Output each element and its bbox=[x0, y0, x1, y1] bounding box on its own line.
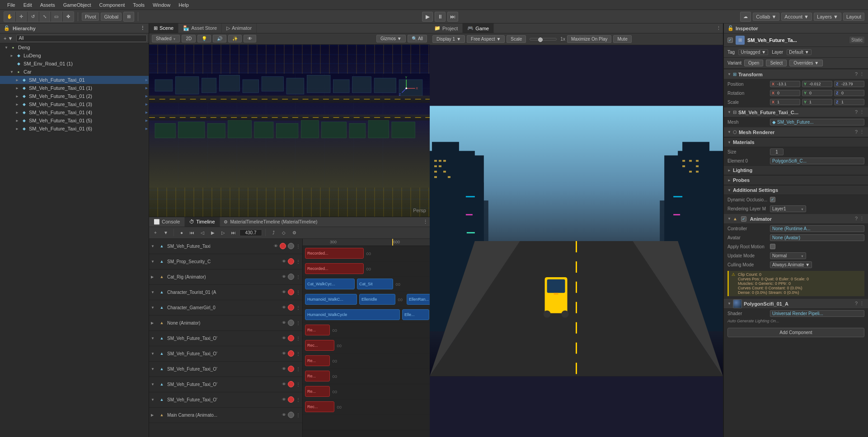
aspect-dropdown[interactable]: Free Aspect ▼ bbox=[467, 35, 505, 43]
settings-icon-renderer[interactable]: ⋮ bbox=[859, 129, 864, 135]
clip-recorded-0[interactable]: Recorded... bbox=[305, 248, 364, 259]
track-menu-0[interactable]: ⋮ bbox=[296, 244, 300, 249]
clip-ellenran[interactable]: EllenRan... bbox=[407, 294, 430, 305]
light-toggle[interactable]: 💡 bbox=[197, 35, 211, 42]
update-mode-value[interactable]: Normal bbox=[770, 252, 806, 259]
record-btn-3[interactable] bbox=[288, 289, 294, 295]
asset-store-tab[interactable]: 🏪 Asset Store bbox=[178, 23, 222, 33]
tl-keys-btn[interactable]: ◇ bbox=[279, 228, 288, 237]
hierarchy-item-taxi3[interactable]: ◆ SM_Veh_Future_Taxi_01 (3) ► bbox=[0, 100, 149, 108]
settings-icon-mesh[interactable]: ⋮ bbox=[859, 109, 864, 115]
settings-icon-transform[interactable]: ⋮ bbox=[859, 71, 864, 77]
gizmos-btn[interactable]: Gizmos ▼ bbox=[376, 35, 406, 42]
mute-btn[interactable]: Mute bbox=[613, 35, 631, 43]
tl-curve-btn[interactable]: ⤴ bbox=[269, 228, 278, 237]
rotate-tool-btn[interactable]: ↺ bbox=[28, 12, 38, 22]
hierarchy-item-taxi6[interactable]: ◆ SM_Veh_Future_Taxi_01 (6) ► bbox=[0, 125, 149, 133]
select-btn[interactable]: Select bbox=[766, 60, 787, 66]
dynamic-occlusion-checkbox[interactable] bbox=[770, 197, 775, 202]
layers-btn[interactable]: Layers ▼ bbox=[814, 13, 841, 21]
obj-active-checkbox[interactable] bbox=[727, 37, 733, 43]
track-row-8[interactable]: ▼ ▲ SM_Veh_Future_Taxi_O' 👁 ⋮ bbox=[149, 362, 302, 377]
timeline-menu-btn[interactable]: ⋮ bbox=[421, 218, 430, 225]
rotation-y-field[interactable]: Y 0 bbox=[802, 90, 832, 96]
track-menu-2[interactable]: ⋮ bbox=[296, 274, 300, 279]
global-btn[interactable]: Global bbox=[101, 13, 122, 21]
hierarchy-item-taxi4[interactable]: ◆ SM_Veh_Future_Taxi_01 (4) ► bbox=[0, 108, 149, 116]
clip-rec-6[interactable]: Rec... bbox=[305, 340, 334, 351]
shader-value[interactable]: Universal Render Pipeli... bbox=[770, 310, 864, 317]
mesh-value[interactable]: ◆ SM_Veh_Future... bbox=[770, 119, 864, 126]
settings-icon-material[interactable]: ⋮ bbox=[859, 301, 864, 307]
game-view[interactable] bbox=[430, 45, 723, 437]
add-component-btn[interactable]: Add Component bbox=[727, 328, 864, 337]
snap-settings-btn[interactable]: ⊞ bbox=[123, 12, 134, 22]
scale-tool-btn[interactable]: ⤡ bbox=[39, 12, 50, 22]
menu-help[interactable]: Help bbox=[175, 1, 192, 9]
menu-assets[interactable]: Assets bbox=[37, 1, 59, 9]
probes-section[interactable]: Probes bbox=[724, 175, 868, 185]
track-row-3[interactable]: ▼ ▲ Character_Tourist_01 (A 👁 ⋮ bbox=[149, 285, 302, 300]
clip-catsite[interactable]: Cat_Sit bbox=[357, 279, 393, 289]
clip-re-5[interactable]: Re... bbox=[305, 325, 330, 335]
menu-window[interactable]: Window bbox=[149, 1, 174, 9]
track-menu-6[interactable]: ⋮ bbox=[296, 336, 300, 341]
tl-dropdown-btn[interactable]: ▼ bbox=[161, 228, 170, 237]
track-row-4[interactable]: ▼ ▲ Character_GamerGirl_0 👁 ⋮ bbox=[149, 300, 302, 316]
track-menu-8[interactable]: ⋮ bbox=[296, 367, 300, 372]
track-row-2[interactable]: ▶ ▲ Cat_Rig (Animator) 👁 ⋮ bbox=[149, 270, 302, 285]
record-btn-8[interactable] bbox=[288, 366, 294, 372]
collab-btn[interactable]: Collab ▼ bbox=[753, 13, 779, 21]
account-btn[interactable]: Account ▼ bbox=[781, 13, 812, 21]
settings-icon-animator[interactable]: ⋮ bbox=[859, 216, 864, 222]
mute-btn-5[interactable] bbox=[288, 320, 294, 326]
track-menu-10[interactable]: ⋮ bbox=[296, 397, 300, 402]
apply-root-motion-checkbox[interactable] bbox=[770, 244, 775, 249]
track-row-5[interactable]: ▶ ▲ None (Animator) 👁 ⋮ bbox=[149, 316, 302, 331]
console-tab[interactable]: ⬜ Console bbox=[149, 217, 185, 227]
help-icon-material[interactable]: ? bbox=[855, 301, 858, 307]
clip-humanoid-walk[interactable]: Humanoid_WalkC... bbox=[305, 294, 357, 305]
additional-settings-section[interactable]: Additional Settings bbox=[724, 185, 868, 195]
help-icon-renderer[interactable]: ? bbox=[855, 129, 858, 135]
pause-btn[interactable]: ⏸ bbox=[435, 12, 446, 22]
menu-gameobject[interactable]: GameObject bbox=[60, 1, 95, 9]
tl-play-tl-btn[interactable]: ▶ bbox=[208, 228, 217, 237]
timeline-playhead[interactable] bbox=[392, 239, 393, 246]
clip-re-8[interactable]: Re... bbox=[305, 371, 330, 381]
scene-search-btn[interactable]: 🔍 All bbox=[408, 35, 427, 42]
record-btn-9[interactable] bbox=[288, 381, 294, 387]
track-row-6[interactable]: ▼ ▲ SM_Veh_Future_Taxi_O' 👁 ⋮ bbox=[149, 331, 302, 346]
track-row-1[interactable]: ▼ ▲ SM_Prop_Security_C 👁 ⋮ bbox=[149, 254, 302, 270]
hierarchy-item-car[interactable]: ● Car bbox=[0, 68, 149, 76]
display-dropdown[interactable]: Display 1 ▼ bbox=[432, 35, 465, 43]
scale-y-field[interactable]: Y 1 bbox=[802, 99, 832, 105]
static-dropdown[interactable]: Static bbox=[849, 37, 864, 43]
track-menu-1[interactable]: ⋮ bbox=[296, 259, 300, 264]
position-x-field[interactable]: X -13.1 bbox=[770, 81, 800, 87]
layout-btn[interactable]: Layout bbox=[843, 13, 864, 21]
hierarchy-item-taxi2[interactable]: ◆ SM_Veh_Future_Taxi_01 (2) ► bbox=[0, 92, 149, 100]
clip-ellenidle[interactable]: EllenIdle bbox=[359, 294, 395, 305]
tl-prev-key-btn[interactable]: ◁ bbox=[198, 228, 207, 237]
avatar-value[interactable]: None (Avatar) bbox=[770, 234, 864, 241]
hand-tool-btn[interactable]: ✋ bbox=[4, 12, 15, 22]
controller-value[interactable]: None (Runtime A... bbox=[770, 225, 864, 232]
hierarchy-add-btn[interactable]: + ▼ bbox=[2, 35, 14, 42]
hierarchy-menu-icon[interactable]: ⋮ bbox=[140, 25, 145, 31]
mute-btn-0[interactable] bbox=[288, 243, 294, 249]
help-icon-transform[interactable]: ? bbox=[855, 71, 858, 77]
layer-value[interactable]: Default ▼ bbox=[787, 49, 811, 55]
animator-tab[interactable]: ▷ Animator bbox=[222, 23, 257, 33]
mesh-filter-section-header[interactable]: ⊟ SM_Veh_Future_Taxi_C... ? ⋮ bbox=[724, 107, 868, 117]
move-tool-btn[interactable]: ✛ bbox=[16, 12, 27, 22]
game-tab[interactable]: 🎮 Game bbox=[463, 23, 494, 33]
track-menu-7[interactable]: ⋮ bbox=[296, 351, 300, 356]
record-btn-10[interactable] bbox=[288, 396, 294, 403]
audio-toggle[interactable]: 🔊 bbox=[213, 35, 226, 42]
hierarchy-search[interactable] bbox=[16, 35, 147, 42]
track-menu-11[interactable]: ⋮ bbox=[296, 413, 300, 418]
size-value[interactable]: 1 bbox=[770, 149, 784, 155]
help-icon-animator[interactable]: ? bbox=[855, 216, 858, 222]
track-row-9[interactable]: ▼ ▲ SM_Veh_Future_Taxi_O' 👁 ⋮ bbox=[149, 377, 302, 392]
